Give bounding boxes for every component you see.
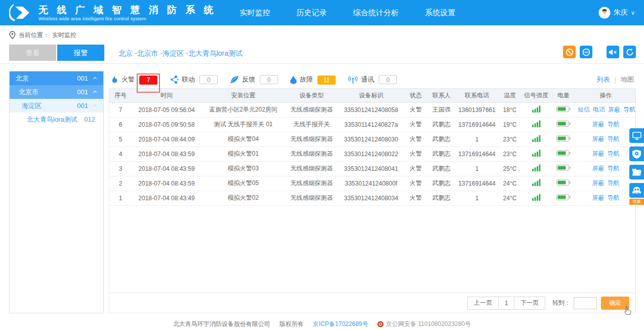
filter-comms[interactable]: 通讯0 (348, 75, 397, 85)
prev-page-button[interactable]: 上一页 (467, 297, 499, 310)
footer-icp-link[interactable]: 京ICP备17022689号 (313, 320, 368, 328)
brand-title: 无 线 广 域 智 慧 消 防 系 统 Wireless wide area i… (38, 5, 217, 21)
chevron-up-icon (92, 76, 99, 81)
circle-minus-button[interactable] (580, 46, 592, 58)
tree-item-bdqn-lora-test[interactable]: 北大青鸟lora测试012 (10, 113, 103, 126)
monitor-button[interactable] (629, 128, 644, 143)
view-list-link[interactable]: 列表 (597, 75, 610, 84)
phone-cell: 1 (456, 161, 498, 176)
filter-feedback[interactable]: 反馈0 (230, 75, 278, 85)
confirm-button[interactable]: 确定 (601, 297, 629, 310)
signal-icon (532, 164, 541, 171)
flame-icon (111, 75, 118, 84)
antenna-icon (348, 76, 358, 84)
goto-label: 转到： (552, 299, 571, 307)
battery-icon (556, 164, 571, 171)
op-shield-link[interactable]: 屏蔽 (592, 179, 605, 187)
time-cell: 2018-07-04 08:43:49 (132, 191, 202, 205)
nav-item-realtime-monitor[interactable]: 实时监控 (240, 8, 270, 18)
tree-count: 012 (84, 116, 95, 123)
mute-icon (609, 48, 617, 56)
status-cell: 火警 (404, 147, 427, 161)
phone-cell: 13716914644 (456, 117, 498, 132)
battery-cell (551, 161, 576, 176)
seq-cell: 3 (109, 161, 132, 176)
nav-item-statistics-analysis[interactable]: 综合统计分析 (353, 8, 399, 18)
op-navigate-link[interactable]: 导航 (608, 150, 620, 157)
status-cell: 火警 (404, 161, 427, 176)
breadcrumb-prefix: 当前位置： (19, 31, 49, 40)
tab-view[interactable]: 查看 (9, 45, 56, 61)
tree-item-beijing-city[interactable]: 北京市001 (10, 85, 103, 99)
nav-item-system-settings[interactable]: 系统设置 (425, 8, 456, 18)
location-pin-icon (9, 31, 16, 39)
phone-cell: 13716914644 (456, 176, 498, 191)
prohibit-button[interactable] (563, 46, 576, 58)
tree-item-haidian[interactable]: 海淀区001 (10, 99, 103, 113)
op-navigate-link[interactable]: 导航 (623, 106, 635, 113)
filter-count-feedback: 0 (260, 75, 278, 84)
op-call-link[interactable]: 电话 (593, 106, 605, 113)
op-shield-link[interactable]: 屏蔽 (592, 165, 605, 172)
footer-copyright: 版权所有 (279, 320, 304, 328)
filter-label-fire-alarm: 火警 (122, 75, 135, 84)
device-type-cell: 无线手报开关 (285, 117, 338, 132)
op-navigate-link[interactable]: 导航 (608, 121, 620, 128)
location-cell: 测试 无线手报开关 01 (202, 117, 285, 132)
gas-mask-button[interactable]: 仿真 (629, 183, 644, 198)
feather-icon (230, 76, 239, 84)
op-shield-link[interactable]: 屏蔽 (608, 106, 620, 113)
battery-cell (551, 102, 576, 117)
filter-count-linkage: 0 (199, 75, 218, 84)
op-shield-link[interactable]: 屏蔽 (592, 150, 605, 157)
op-shield-link[interactable]: 屏蔽 (592, 135, 605, 142)
tree-item-beijing[interactable]: 北京001 (10, 71, 103, 85)
time-cell: 2018-07-04 08:43:59 (132, 147, 202, 161)
shield-gear-button[interactable] (629, 147, 644, 161)
table-row: 72018-07-05 09:56:04蓝旗营小区2单元202房间无线感烟探测器… (109, 102, 635, 117)
column-header: 电量 (551, 89, 576, 102)
breadcrumb: 当前位置： 实时监控 (0, 25, 644, 45)
folder-button[interactable] (629, 165, 644, 179)
filter-fire-alarm[interactable]: 火警7 (111, 75, 157, 85)
device-type-cell: 无线感烟探测器 (285, 191, 338, 205)
page-buttons: 上一页 1 下一页 (467, 297, 545, 310)
mute-button[interactable] (607, 46, 619, 58)
op-sms-link[interactable]: 短信 (578, 106, 590, 113)
op-navigate-link[interactable]: 导航 (608, 194, 620, 201)
filter-linkage[interactable]: 联动0 (170, 75, 218, 85)
app-title-en: Wireless wide area intelligent fire cont… (38, 16, 217, 21)
ops-cell: 短信电话屏蔽导航 (576, 102, 635, 117)
tabs-strip: 查看 报警 北京 -北京市 -海淀区 -北大青鸟lora测试 (0, 45, 644, 61)
next-page-button[interactable]: 下一页 (514, 297, 545, 310)
top-action-buttons (563, 46, 636, 58)
refresh-icon (626, 48, 634, 56)
monitor-icon (632, 132, 641, 140)
table-row: 22018-07-04 08:43:59模拟火警05无线感烟探测器3353012… (109, 176, 635, 191)
footer-company: 北大青鸟环宇消防设备股份有限公司 (173, 320, 270, 328)
alarm-table: 序号时间安装位置设备类型设备标识状态联系人联系电话温度信号强度电量操作 7201… (109, 89, 635, 206)
table-row: 32018-07-04 08:43:59模拟火警03无线感烟探测器3353012… (109, 161, 635, 176)
op-navigate-link[interactable]: 导航 (608, 165, 620, 172)
op-navigate-link[interactable]: 导航 (608, 135, 620, 142)
op-shield-link[interactable]: 屏蔽 (592, 194, 605, 201)
op-shield-link[interactable]: 屏蔽 (592, 121, 605, 128)
time-cell: 2018-07-04 08:43:59 (132, 161, 202, 176)
status-cell: 火警 (404, 117, 427, 132)
gas-mask-icon (632, 186, 641, 195)
nav-item-history-records[interactable]: 历史记录 (297, 8, 327, 18)
tab-alarm[interactable]: 报警 (57, 45, 104, 61)
signal-icon (532, 179, 541, 186)
time-cell: 2018-07-05 09:50:58 (132, 117, 202, 132)
current-page[interactable]: 1 (499, 297, 514, 310)
goto-page-input[interactable] (574, 297, 597, 309)
op-navigate-link[interactable]: 导航 (608, 179, 620, 187)
tree-label: 北京市 (19, 88, 38, 97)
seq-cell: 6 (109, 117, 132, 132)
view-map-link[interactable]: 地图 (621, 75, 634, 84)
contact-cell: 武鹏志 (427, 117, 456, 132)
seq-cell: 2 (109, 176, 132, 191)
refresh-button[interactable] (623, 46, 636, 58)
filter-fault[interactable]: 故障11 (290, 75, 336, 85)
user-menu[interactable]: 朱庆 ∨ (598, 7, 635, 19)
